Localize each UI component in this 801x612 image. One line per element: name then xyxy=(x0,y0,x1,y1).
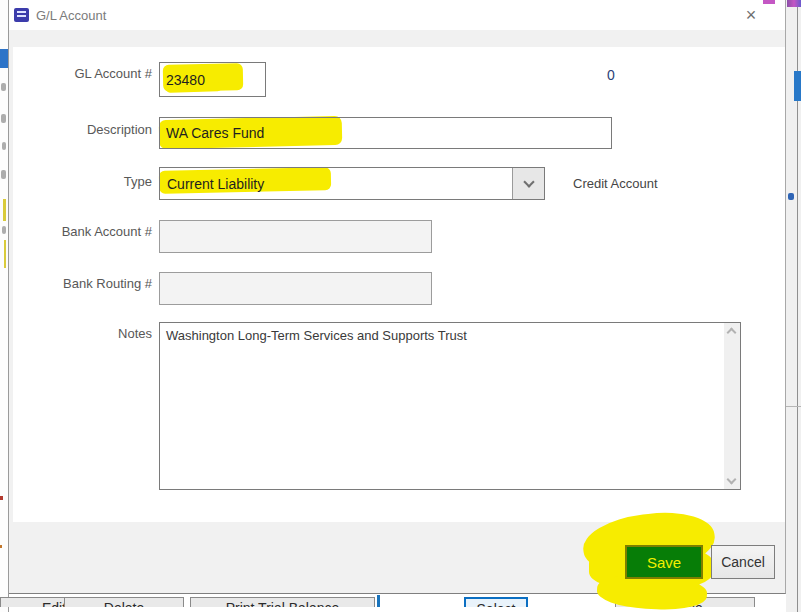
chevron-up-icon[interactable] xyxy=(727,328,737,338)
notes-label: Notes xyxy=(20,326,152,341)
gl-account-dialog: G/L Account × GL Account # 0 Description… xyxy=(9,0,786,594)
background-color-fragment xyxy=(787,0,801,7)
print-trial-balance-button[interactable]: Print Trial Balance xyxy=(190,597,375,607)
cancel-button[interactable]: Cancel xyxy=(711,545,775,579)
description-input[interactable] xyxy=(159,117,612,149)
background-text-fragment xyxy=(1,170,6,179)
background-color-fragment xyxy=(763,0,775,4)
screen: Edit Delete Print Trial Balance Select C… xyxy=(0,0,801,612)
type-combobox[interactable]: Current Liability xyxy=(159,167,545,200)
bank-routing-label: Bank Routing # xyxy=(20,276,152,291)
notes-textarea[interactable]: Washington Long-Term Services and Suppor… xyxy=(159,322,741,490)
background-text-fragment xyxy=(2,226,6,234)
chevron-down-icon[interactable] xyxy=(727,475,737,485)
dialog-titlebar: G/L Account × xyxy=(9,0,785,30)
save-button[interactable]: Save xyxy=(625,545,703,579)
background-border-line xyxy=(786,406,801,407)
notes-scrollbar[interactable] xyxy=(724,323,740,489)
description-label: Description xyxy=(20,122,152,137)
dialog-title: G/L Account xyxy=(36,8,106,23)
background-text-fragment xyxy=(1,114,6,123)
select-button[interactable]: Select xyxy=(464,597,528,607)
bank-account-label: Bank Account # xyxy=(20,224,152,239)
background-left-strip xyxy=(0,0,9,612)
background-highlight-fragment xyxy=(4,240,6,268)
type-dropdown-button[interactable] xyxy=(512,168,544,199)
background-mark-fragment xyxy=(0,496,3,500)
app-icon xyxy=(14,8,29,22)
background-scrollbar-thumb[interactable] xyxy=(794,71,801,101)
type-label: Type xyxy=(20,174,152,189)
background-right-strip xyxy=(786,0,801,612)
credit-account-note: Credit Account xyxy=(573,176,658,191)
type-value: Current Liability xyxy=(167,176,264,192)
background-text-fragment xyxy=(788,193,794,200)
background-text-fragment xyxy=(1,83,6,91)
delete-button[interactable]: Delete xyxy=(64,597,184,607)
background-highlight-fragment xyxy=(3,199,6,221)
chevron-down-icon xyxy=(523,176,534,187)
background-mark-fragment xyxy=(0,545,2,548)
close-icon[interactable]: × xyxy=(739,4,763,26)
gl-account-label: GL Account # xyxy=(20,66,152,81)
gl-account-input[interactable] xyxy=(159,62,266,97)
background-border-line xyxy=(377,595,380,607)
bank-routing-input[interactable] xyxy=(159,272,432,305)
background-text-fragment xyxy=(2,142,6,150)
background-selected-row-fragment xyxy=(0,49,8,68)
balance-value: 0 xyxy=(600,67,622,83)
bank-account-input[interactable] xyxy=(159,220,432,253)
